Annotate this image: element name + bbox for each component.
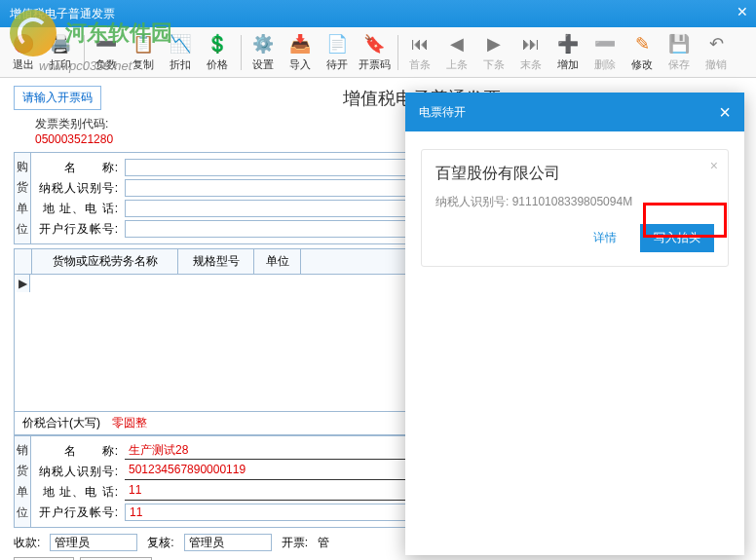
grid-col-spec: 规格型号 [178, 249, 254, 274]
shoukuan-label: 收款: [14, 535, 40, 551]
seller-vlabel: 销货单位 [14, 435, 31, 528]
prev-button[interactable]: ◀上条 [439, 30, 474, 75]
window-title: 增值税电子普通发票 [10, 6, 115, 22]
discount-button[interactable]: 📉折扣 [163, 30, 198, 75]
seller-bank-label: 开户行及帐号: [37, 504, 125, 521]
settings-button[interactable]: ⚙️设置 [246, 30, 281, 75]
code-button[interactable]: 🔖开票码 [357, 30, 392, 75]
invoice-code-prompt[interactable]: 请输入开票码 [14, 86, 101, 110]
buyer-taxid-label: 纳税人识别号: [37, 180, 125, 197]
buyer-name-label: 名 称: [37, 160, 125, 176]
copy-button[interactable]: 📋复制 [126, 30, 161, 75]
seller-addr-label: 地 址、电 话: [37, 484, 125, 501]
last-button[interactable]: ⏭末条 [513, 30, 548, 75]
popup-eticket: 电票待开 × × 百望股份有限公司 纳税人识别号: 91110108339805… [405, 93, 744, 555]
kaipiao-value: 管 [318, 535, 329, 551]
toolbar: 🔴退出 🖨️打印 ➖负数 📋复制 📉折扣 💲价格 ⚙️设置 📥导入 📄待开 🔖开… [0, 27, 756, 78]
buyer-vlabel: 购货单位 [14, 152, 31, 244]
write-title-button[interactable]: 写入抬头 [640, 224, 714, 252]
buyer-bank-label: 开户行及帐号: [37, 221, 125, 238]
edit-button[interactable]: ✎修改 [624, 30, 660, 75]
buyer-addr-label: 地 址、电 话: [37, 201, 125, 217]
popup-close-icon[interactable]: × [719, 101, 731, 124]
seller-name-label: 名 称: [37, 443, 125, 460]
company-taxid: 纳税人识别号: 91110108339805094M [435, 194, 714, 210]
company-name: 百望股份有限公司 [435, 164, 714, 184]
titlebar: 增值税电子普通发票 ✕ [0, 0, 756, 27]
row-marker-icon: ▶ [17, 275, 30, 292]
grid-col-name: 货物或应税劳务名称 [32, 249, 178, 274]
grid-col-marker [15, 249, 32, 274]
next-button[interactable]: ▶下条 [476, 30, 511, 75]
first-button[interactable]: ⏮首条 [402, 30, 437, 75]
kaipiao-label: 开票: [282, 535, 308, 551]
import-button[interactable]: 📥导入 [283, 30, 318, 75]
price-button[interactable]: 💲价格 [200, 30, 235, 75]
delete-button[interactable]: ➖删除 [587, 30, 623, 75]
fuhe-input[interactable] [184, 534, 272, 551]
negative-button[interactable]: ➖负数 [89, 30, 124, 75]
add-button[interactable]: ➕增加 [550, 30, 586, 75]
seller-taxid-label: 纳税人识别号: [37, 464, 125, 480]
undo-button[interactable]: ↶撤销 [699, 30, 734, 75]
card-close-icon[interactable]: × [710, 158, 718, 173]
grid-col-unit: 单位 [254, 249, 301, 274]
shoukuan-input[interactable] [50, 534, 137, 551]
popup-header: 电票待开 × [405, 93, 744, 131]
window-close-icon[interactable]: ✕ [737, 4, 748, 19]
fuhe-label: 复核: [147, 535, 173, 551]
company-card: × 百望股份有限公司 纳税人识别号: 91110108339805094M 详情… [421, 149, 729, 267]
type-code-label: 发票类别代码: 050003521280 [35, 116, 330, 146]
wait-button[interactable]: 📄待开 [320, 30, 355, 75]
exit-button[interactable]: 🔴退出 [6, 30, 41, 75]
detail-button[interactable]: 详情 [580, 224, 630, 252]
save-button[interactable]: 💾保存 [662, 30, 697, 75]
print-button[interactable]: 🖨️打印 [43, 30, 78, 75]
popup-title: 电票待开 [419, 104, 466, 121]
